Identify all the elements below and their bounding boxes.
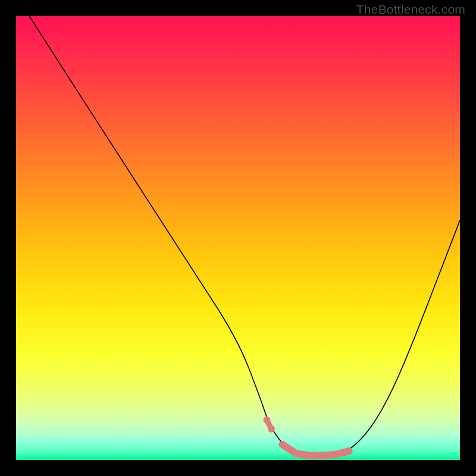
chart-highlight-point [279, 441, 286, 448]
chart-highlight-segment [283, 444, 349, 456]
chart-plot-area [16, 16, 460, 460]
chart-main-curve [29, 16, 460, 456]
chart-highlight-point [268, 425, 275, 433]
chart-highlight-point [264, 416, 271, 424]
chart-svg [16, 16, 460, 460]
chart-highlight-point [346, 447, 353, 455]
watermark-text: TheBottleneck.com [356, 2, 465, 17]
